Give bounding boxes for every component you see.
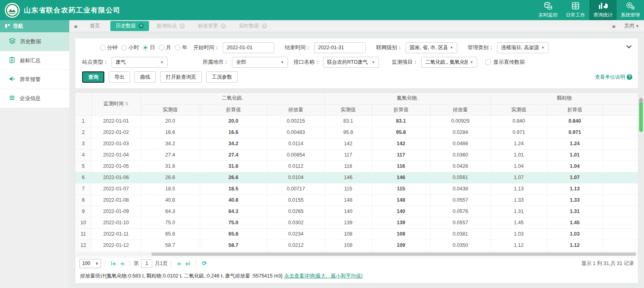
table-row[interactable]: 22022-01-0216.616.60.0048395.895.80.0284… xyxy=(75,127,638,138)
table-row[interactable]: 72022-01-0718.518.50.007171151150.04381.… xyxy=(75,183,638,194)
sidebar-item-exceed-summary[interactable]: 超标汇总 xyxy=(0,51,69,70)
close-icon[interactable]: ✕ xyxy=(180,23,185,29)
monitor-date-cell: 2022-01-11 xyxy=(91,228,141,240)
start-time-input[interactable] xyxy=(223,42,274,53)
tab-new-station[interactable]: 新增站点 ✕ xyxy=(151,21,190,31)
radio-minute[interactable]: 分钟 xyxy=(100,44,118,51)
export-button[interactable]: 导出 xyxy=(109,71,130,83)
empty-cell xyxy=(603,138,638,149)
value-cell: 1.45 xyxy=(547,217,603,228)
nav-query-stats[interactable]: 查询统计 xyxy=(589,0,617,20)
value-cell: 1.04 xyxy=(491,161,547,172)
divider xyxy=(105,260,105,267)
radio-month[interactable]: 月 xyxy=(159,44,171,51)
unit-description-link[interactable]: 查看单位说明 ? xyxy=(595,74,632,81)
table-row[interactable]: 112022-01-1165.865.80.02341081080.03811.… xyxy=(75,228,638,240)
close-icon[interactable]: ✕ xyxy=(139,23,144,29)
chevron-down-icon: ▼ xyxy=(450,46,453,50)
value-cell: 75.0 xyxy=(141,217,200,228)
pager-next-button[interactable]: ▶ xyxy=(178,261,181,266)
pager-prev-button[interactable]: ◀ xyxy=(120,261,123,266)
page-number-input[interactable] xyxy=(141,259,152,268)
scrollbar-thumb[interactable] xyxy=(151,253,636,256)
city-select[interactable]: 全部▼ xyxy=(232,57,288,68)
vertical-scrollbar[interactable] xyxy=(639,20,643,288)
manage-type-select[interactable]: 违规项目, 高架源, 重点排▼ xyxy=(497,42,549,53)
tabs-scroll-right-icon[interactable]: » xyxy=(612,23,615,29)
page-size-select[interactable]: 100∨ xyxy=(79,259,101,268)
value-cell: 117 xyxy=(372,149,430,161)
monitor-date-cell: 2022-01-10 xyxy=(91,217,141,228)
close-icon[interactable]: ✕ xyxy=(221,23,226,29)
value-cell: 148 xyxy=(325,194,372,206)
pagination-bar: 100∨ ◀ ◀ 第 共1页 ▶ ▶ ⟳ 显示 1 xyxy=(75,257,638,270)
detail-link[interactable]: 点击查看详情[最大、最小和平均值] xyxy=(284,273,362,279)
pager-first-button[interactable]: ◀ xyxy=(111,261,115,266)
monitor-date-cell: 2022-01-05 xyxy=(91,161,141,172)
tab-history-data[interactable]: 历史数据 ✕ xyxy=(110,21,149,31)
nav-realtime-monitor[interactable]: 实时监控 xyxy=(534,0,562,20)
direct-data-checkbox[interactable]: 显示直传数据 xyxy=(485,58,525,66)
radio-year[interactable]: 年 xyxy=(175,44,187,51)
tab-home[interactable]: 首页 xyxy=(85,21,108,31)
sidebar-item-company-info[interactable]: 企业信息 xyxy=(0,89,69,108)
history-data-table: 监测时间⇅ 二氧化硫. 氮氧化物. 颗粒物 实测值 折算值 排放量 实测值 xyxy=(75,93,638,251)
outlet-select[interactable]: 联合农药RTO废气▼ xyxy=(323,57,379,68)
horizontal-scrollbar[interactable] xyxy=(76,252,638,256)
value-cell: 116 xyxy=(325,161,372,172)
condition-params-button[interactable]: 工况参数 xyxy=(206,71,238,83)
tabs-scroll-left-icon[interactable]: « xyxy=(74,23,77,29)
curve-button[interactable]: 曲线 xyxy=(135,71,156,83)
close-tabs-dropdown[interactable]: 关闭▼ xyxy=(624,23,639,29)
nav-system-manage[interactable]: 系统管理 xyxy=(617,0,644,20)
pager-last-button[interactable]: ▶ xyxy=(186,261,190,266)
sidebar-item-label: 异常报警 xyxy=(20,76,41,83)
empty-cell xyxy=(603,127,638,138)
value-cell: 0.00215 xyxy=(267,115,325,127)
table-row[interactable]: 12022-01-0120.020.00.0021583.183.10.0092… xyxy=(75,115,638,127)
value-cell: 58.7 xyxy=(141,240,200,251)
monitor-time-header[interactable]: 监测时间⇅ xyxy=(91,93,141,115)
value-cell: 0.0302 xyxy=(267,217,325,228)
table-row[interactable]: 122022-01-1258.758.70.02121091090.03501.… xyxy=(75,240,638,251)
table-row[interactable]: 32022-01-0334.234.20.01141421420.04661.2… xyxy=(75,138,638,149)
filter-row-2: 站点类型： 废气▼ 所属地市： 全部▼ 排口名称： 联合农药RTO废气▼ 监测项… xyxy=(81,55,632,69)
header-nav: 实时监控 日常工作 xyxy=(534,0,644,20)
radio-day[interactable]: 日 xyxy=(143,44,155,51)
empty-cell xyxy=(603,206,638,217)
value-cell: 0.971 xyxy=(547,127,603,138)
table-row[interactable]: 82022-01-0840.840.80.01551481480.05571.3… xyxy=(75,194,638,206)
status-bar: 排放量统计[氮氧化物:0.583 t, 颗粒物:0.0102 t, 二氧化硫.:… xyxy=(75,270,638,283)
open-new-query-button[interactable]: 打开新查询页 xyxy=(160,71,202,83)
sidebar-item-history-data[interactable]: 历史数据 xyxy=(0,32,69,51)
table-row[interactable]: 42022-01-0427.427.40.008541171170.03601.… xyxy=(75,149,638,161)
close-icon[interactable]: ✕ xyxy=(262,23,267,29)
nav-daily-work[interactable]: 日常工作 xyxy=(562,0,589,20)
value-cell: 0.0212 xyxy=(267,240,325,251)
sort-icon[interactable]: ⇅ xyxy=(125,101,128,106)
monitor-items-select[interactable]: 二氧化硫., 氮氧化物., 颗粒▼ xyxy=(421,57,477,68)
network-level-select[interactable]: 国家, 省, 市, 区县▼ xyxy=(406,42,457,53)
value-cell: 0.0234 xyxy=(267,228,325,240)
query-button[interactable]: 查询 xyxy=(82,71,104,83)
value-cell: 140 xyxy=(372,206,430,217)
radio-hour[interactable]: 小时 xyxy=(121,44,139,51)
station-type-select[interactable]: 废气▼ xyxy=(112,57,168,68)
scrollbar-thumb[interactable] xyxy=(639,103,643,132)
divider xyxy=(196,260,197,267)
value-cell: 1.33 xyxy=(547,194,603,206)
value-cell: 26.6 xyxy=(200,172,267,183)
value-cell: 142 xyxy=(372,138,430,149)
table-row[interactable]: 92022-01-0964.364.30.02651401400.05761.3… xyxy=(75,206,638,217)
end-time-input[interactable] xyxy=(314,42,366,53)
table-row[interactable]: 52022-01-0531.631.60.01121161160.04261.0… xyxy=(75,161,638,172)
value-cell: 31.6 xyxy=(141,161,200,172)
tab-standard-change[interactable]: 标准变更 ✕ xyxy=(193,21,231,31)
sidebar: 导航 历史数据 xyxy=(0,20,69,288)
table-row[interactable]: 102022-01-1075.075.00.03021391390.05571.… xyxy=(75,217,638,228)
table-row[interactable]: 62022-01-0626.626.60.01041461460.05611.0… xyxy=(75,172,638,183)
refresh-icon[interactable]: ⟳ xyxy=(202,260,207,267)
layers-icon xyxy=(9,38,16,46)
tab-realtime-data[interactable]: 实时数据 ✕ xyxy=(234,21,272,31)
sidebar-item-abnormal-alarm[interactable]: 异常报警 xyxy=(0,70,69,89)
